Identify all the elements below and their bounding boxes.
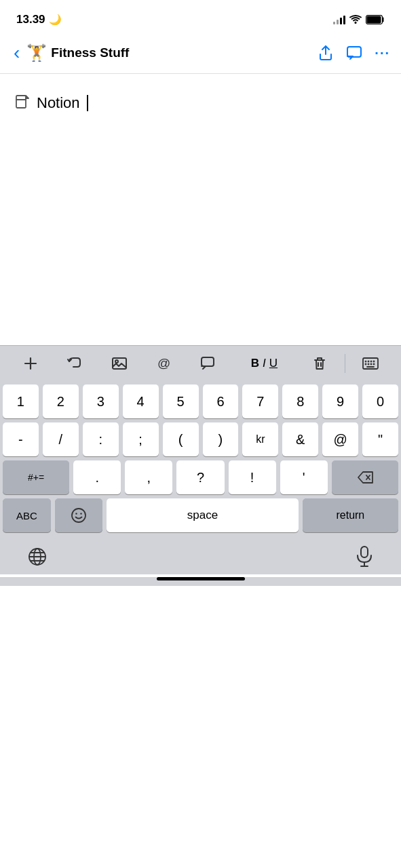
- svg-point-28: [371, 363, 372, 364]
- svg-point-29: [374, 363, 375, 364]
- svg-point-33: [75, 513, 77, 514]
- key-comma[interactable]: ,: [125, 460, 172, 494]
- chat-icon[interactable]: [346, 45, 362, 61]
- battery-icon: [366, 15, 385, 24]
- svg-point-0: [355, 22, 357, 24]
- toolbar-divider: [345, 354, 345, 373]
- key-semicolon[interactable]: ;: [123, 422, 159, 456]
- notion-doc-icon: [14, 94, 31, 112]
- key-apostrophe[interactable]: ': [280, 460, 328, 494]
- share-icon[interactable]: [318, 45, 334, 61]
- key-colon[interactable]: :: [83, 422, 119, 456]
- toolbar-undo-button[interactable]: [53, 351, 98, 376]
- bottom-bar: [0, 539, 401, 574]
- key-emoji[interactable]: [55, 498, 103, 532]
- key-1[interactable]: 1: [3, 384, 39, 418]
- toolbar-plus-button[interactable]: [8, 351, 53, 376]
- key-slash[interactable]: /: [43, 422, 79, 456]
- number-row: 1 2 3 4 5 6 7 8 9 0: [3, 384, 398, 418]
- toolbar-biu: B I U: [231, 357, 297, 370]
- toolbar-image-button[interactable]: [97, 351, 142, 376]
- key-at[interactable]: @: [322, 422, 358, 456]
- toolbar-bold-button[interactable]: B: [251, 357, 259, 370]
- nav-left: ‹ 🏋️ Fitness Stuff: [11, 39, 129, 66]
- key-7[interactable]: 7: [242, 384, 278, 418]
- svg-point-25: [374, 361, 375, 361]
- key-2[interactable]: 2: [43, 384, 79, 418]
- svg-point-34: [80, 513, 81, 514]
- key-question[interactable]: ?: [176, 460, 224, 494]
- keyboard: 1 2 3 4 5 6 7 8 9 0 - / : ; ( ) kr & @ "…: [0, 380, 401, 539]
- key-ampersand[interactable]: &: [282, 422, 318, 456]
- globe-button[interactable]: [27, 547, 47, 570]
- key-backspace[interactable]: [332, 460, 398, 494]
- page-title: Fitness Stuff: [51, 45, 129, 60]
- nav-bar: ‹ 🏋️ Fitness Stuff ···: [0, 35, 401, 74]
- svg-point-27: [368, 363, 369, 364]
- key-5[interactable]: 5: [163, 384, 199, 418]
- svg-rect-9: [202, 357, 214, 366]
- status-bar: 13.39 🌙: [0, 0, 401, 35]
- svg-point-23: [368, 361, 369, 361]
- toolbar-keyboard-button[interactable]: [348, 351, 393, 376]
- key-space[interactable]: space: [107, 498, 299, 532]
- bottom-row: ABC space return: [3, 498, 398, 532]
- status-time: 13.39: [16, 13, 45, 26]
- key-dash[interactable]: -: [3, 422, 39, 456]
- more-button[interactable]: ···: [375, 45, 390, 61]
- key-quote[interactable]: ": [362, 422, 398, 456]
- svg-point-24: [371, 361, 372, 361]
- key-close-paren[interactable]: ): [203, 422, 239, 456]
- toolbar-comment-button[interactable]: [187, 351, 231, 376]
- key-abc[interactable]: ABC: [3, 498, 51, 532]
- svg-rect-7: [113, 358, 126, 369]
- toolbar-italic-button[interactable]: I: [263, 357, 266, 370]
- page-emoji: 🏋️: [26, 43, 47, 62]
- key-return[interactable]: return: [303, 498, 398, 532]
- svg-rect-3: [347, 47, 361, 57]
- text-cursor: [87, 95, 88, 111]
- home-indicator: [157, 577, 245, 580]
- back-button[interactable]: ‹: [11, 39, 22, 66]
- toolbar-underline-button[interactable]: U: [269, 357, 278, 370]
- key-exclamation[interactable]: !: [229, 460, 276, 494]
- key-kr[interactable]: kr: [242, 422, 278, 456]
- notion-entry: Notion: [14, 94, 387, 112]
- status-icons: [333, 15, 385, 24]
- notion-text: Notion: [37, 94, 80, 112]
- svg-point-22: [366, 361, 366, 361]
- key-0[interactable]: 0: [362, 384, 398, 418]
- svg-rect-4: [16, 96, 26, 108]
- svg-rect-2: [367, 16, 381, 24]
- keyboard-toolbar: @ B I U: [0, 345, 401, 380]
- moon-icon: 🌙: [49, 14, 62, 26]
- key-6[interactable]: 6: [203, 384, 239, 418]
- key-period[interactable]: .: [73, 460, 121, 494]
- svg-point-8: [115, 360, 118, 363]
- nav-right: ···: [318, 45, 390, 61]
- home-bar-container: [0, 577, 401, 586]
- key-special-symbols[interactable]: #+=: [3, 460, 69, 494]
- symbol-row-1: - / : ; ( ) kr & @ ": [3, 422, 398, 456]
- toolbar-trash-button[interactable]: [298, 351, 343, 376]
- svg-rect-40: [361, 547, 368, 557]
- symbol-row-2: #+= . , ? ! ': [3, 460, 398, 494]
- wifi-icon: [349, 15, 362, 24]
- key-open-paren[interactable]: (: [163, 422, 199, 456]
- key-9[interactable]: 9: [322, 384, 358, 418]
- key-3[interactable]: 3: [83, 384, 119, 418]
- key-8[interactable]: 8: [282, 384, 318, 418]
- key-4[interactable]: 4: [123, 384, 159, 418]
- toolbar-mention-button[interactable]: @: [142, 351, 187, 376]
- svg-point-26: [366, 363, 366, 364]
- microphone-button[interactable]: [355, 546, 374, 570]
- content-area[interactable]: Notion: [0, 74, 401, 345]
- signal-icon: [333, 15, 345, 24]
- svg-point-32: [72, 509, 85, 522]
